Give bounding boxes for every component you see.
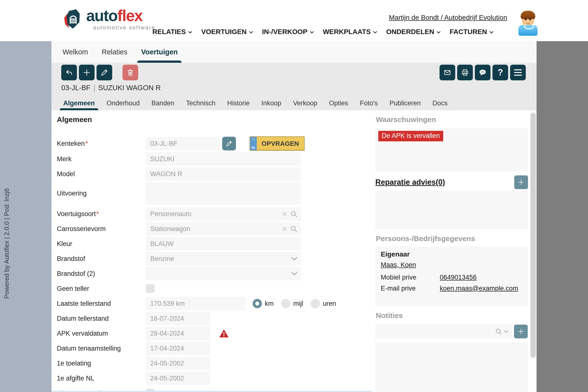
carrosserievorm-field[interactable]: Stationwagon [146, 222, 301, 236]
chevron-down-icon [373, 31, 377, 34]
panel-scrollbar[interactable] [530, 113, 536, 390]
tab-voertuigen[interactable]: Voertuigen [141, 41, 178, 63]
form-row-apk-vervaldatum: APK vervaldatum 28-04-2024 [57, 327, 338, 340]
datum-tellerstand-field[interactable]: 16-07-2024 [146, 312, 210, 325]
autoflex-logo[interactable]: autoflex automotive software [61, 8, 155, 31]
nav-voertuigen[interactable]: VOERTUIGEN [201, 28, 253, 36]
chevron-down-icon [436, 31, 441, 34]
chevron-down-icon [310, 31, 314, 34]
back-button[interactable] [61, 65, 77, 80]
form-section-title: Algemeen [57, 115, 338, 124]
brandstof2-select[interactable] [146, 267, 301, 280]
nav-onderdelen[interactable]: ONDERDELEN [386, 28, 441, 36]
add-notitie-button[interactable] [514, 324, 528, 338]
merk-field[interactable]: SUZUKI [146, 152, 301, 166]
back-icon [65, 68, 73, 77]
subtab-publiceren[interactable]: Publiceren [384, 96, 427, 110]
delete-button[interactable] [122, 65, 138, 80]
chevron-down-icon[interactable] [504, 330, 508, 333]
tab-welkom[interactable]: Welkom [62, 41, 88, 63]
datum-tenaamstelling-field[interactable]: 17-04-2024 [146, 342, 210, 355]
apk-vervaldatum-field[interactable]: 28-04-2024 [146, 327, 210, 340]
search-icon[interactable] [290, 210, 298, 218]
kenteken-field[interactable]: 03-JL-BF [146, 137, 220, 150]
autoflex-app: autoflex automotive software RELATIES VO… [0, 0, 588, 392]
search-icon[interactable] [495, 328, 502, 335]
chevron-down-icon [188, 31, 192, 34]
chevron-down-icon [291, 272, 298, 276]
detail-tab-bar: Algemeen Onderhoud Banden Technisch Hist… [57, 96, 454, 110]
geen-teller-checkbox[interactable] [146, 284, 154, 293]
nav-relaties[interactable]: RELATIES [152, 28, 192, 36]
email-prive-label: E-mail prive [381, 285, 440, 292]
user-account-link[interactable]: Martijn de Bondt / Autobedrijf Evolution [389, 14, 507, 22]
brandstof-select[interactable]: Benzine [146, 252, 301, 265]
subtab-docs[interactable]: Docs [426, 96, 454, 110]
owner-link[interactable]: Maas, Koen [381, 261, 416, 269]
nav-werkplaats[interactable]: WERKPLAATS [323, 28, 377, 36]
subtab-fotos[interactable]: Foto's [354, 96, 384, 110]
1e-toelating-label: 1e toelating [57, 360, 91, 367]
add-button[interactable] [79, 65, 94, 80]
help-button[interactable]: ? [492, 65, 508, 80]
edit-icon [226, 140, 233, 147]
required-asterisk: * [85, 140, 88, 147]
print-button[interactable] [457, 65, 473, 80]
menu-button[interactable] [510, 65, 526, 80]
carrosserievorm-label: Carrosserievorm [57, 225, 106, 232]
next-row-peek [52, 391, 372, 392]
unit-radio-uren[interactable]: uren [311, 299, 336, 308]
kleur-label: Kleur [57, 240, 72, 248]
1e-afgifte-nl-field[interactable]: 24-05-2002 [146, 372, 210, 385]
powered-by-text: Powered by Autoflex | 2.0.0 | Pod: lnzj6 [3, 188, 10, 299]
notities-search-input[interactable] [375, 324, 512, 339]
reparatie-advies-link[interactable]: Reparatie advies(0) [375, 178, 445, 187]
mobiel-prive-link[interactable]: 0649013456 [440, 274, 476, 281]
notities-controls [375, 324, 528, 339]
menu-icon [514, 69, 522, 76]
info-panel: Waarschuwingen De APK is vervallen Repar… [375, 110, 528, 392]
toolbar: ? [61, 65, 526, 80]
form-row-voertuigsoort: Voertuigsoort* Personenauto [57, 207, 338, 220]
clear-icon[interactable] [282, 226, 287, 232]
form-row-kleur: Kleur BLAUW [57, 237, 338, 250]
datum-tenaamstelling-label: Datum tenaamstelling [57, 345, 121, 352]
unit-radio-mijl[interactable]: mijl [281, 299, 303, 308]
waarschuwingen-box: De APK is vervallen [375, 128, 528, 172]
email-prive-link[interactable]: koen.maas@example.com [440, 285, 518, 292]
subtab-inkoop[interactable]: Inkoop [256, 96, 287, 110]
subtab-algemeen[interactable]: Algemeen [57, 96, 101, 110]
model-field[interactable]: WAGON R [146, 167, 301, 180]
edit-icon [100, 68, 108, 77]
add-reparatie-button[interactable] [514, 176, 528, 189]
tab-relaties[interactable]: Relaties [102, 41, 128, 63]
contact-row-email: E-mail prive koen.maas@example.com [381, 285, 522, 292]
edit-button[interactable] [96, 65, 112, 80]
opvragen-button[interactable]: NL OPVRAGEN [250, 136, 304, 151]
subtab-banden[interactable]: Banden [146, 96, 180, 110]
user-avatar[interactable] [518, 11, 538, 36]
scrollbar-thumb[interactable] [530, 113, 536, 358]
clear-icon[interactable] [282, 211, 287, 216]
mail-icon [443, 68, 452, 77]
1e-toelating-field[interactable]: 24-05-2002 [146, 357, 210, 370]
chat-button[interactable] [475, 65, 490, 80]
unit-radio-km[interactable]: km [252, 299, 274, 308]
apk-warning [219, 329, 228, 338]
email-button[interactable] [440, 65, 455, 80]
subtab-opties[interactable]: Opties [323, 96, 354, 110]
reparatie-advies-row: Reparatie advies(0) [375, 176, 528, 189]
kenteken-edit-button[interactable] [222, 137, 236, 150]
subtab-onderhoud[interactable]: Onderhoud [101, 96, 146, 110]
laatste-tellerstand-field[interactable]: 170.539 km [146, 297, 245, 310]
voertuigsoort-field[interactable]: Personenauto [146, 207, 301, 220]
subtab-historie[interactable]: Historie [221, 96, 256, 110]
nav-facturen[interactable]: FACTUREN [450, 28, 494, 36]
uitvoering-field[interactable] [146, 182, 301, 204]
search-icon[interactable] [290, 225, 298, 232]
nav-in-verkoop[interactable]: IN-/VERKOOP [262, 28, 314, 36]
kleur-field[interactable]: BLAUW [146, 237, 301, 250]
subtab-technisch[interactable]: Technisch [180, 96, 221, 110]
subtab-verkoop[interactable]: Verkoop [287, 96, 323, 110]
toolbar-right-group: ? [440, 65, 526, 80]
